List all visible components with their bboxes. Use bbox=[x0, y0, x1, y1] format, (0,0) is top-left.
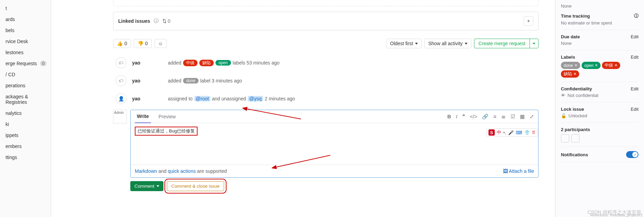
add-linked-issue-button[interactable]: ＋ bbox=[524, 16, 533, 26]
notifications-toggle[interactable] bbox=[626, 151, 638, 158]
nav-item-members[interactable]: embers bbox=[0, 141, 51, 152]
nav-item-settings[interactable]: ttings bbox=[0, 152, 51, 163]
lock-title: Lock issueEdit bbox=[561, 107, 638, 112]
nav-item-merge-requests[interactable]: erge Requests0 bbox=[0, 58, 51, 69]
labels-container: done✕ open✕ 中级✕ 缺陷✕ bbox=[561, 62, 638, 78]
tab-write[interactable]: Write bbox=[135, 110, 151, 123]
participants-list bbox=[561, 134, 638, 142]
thumbs-down-button[interactable]: 👎 0 bbox=[134, 39, 152, 48]
quick-actions-link[interactable]: quick actions bbox=[168, 168, 196, 174]
ul-icon[interactable]: ≡ bbox=[493, 114, 496, 120]
nav-sidebar: t ards bels rvice Desk lestones erge Req… bbox=[0, 0, 51, 217]
create-mr-button-group: Create merge request bbox=[474, 39, 539, 48]
grid-icon[interactable]: ⠿ bbox=[532, 130, 535, 135]
avatar[interactable] bbox=[561, 134, 569, 142]
edit-button[interactable]: Edit bbox=[631, 86, 638, 91]
table-icon[interactable]: ▦ bbox=[520, 114, 525, 120]
remove-icon[interactable]: ✕ bbox=[614, 63, 617, 68]
keyboard-icon[interactable]: ⌨ bbox=[516, 130, 522, 135]
ime-lang[interactable]: 中 bbox=[497, 129, 501, 136]
ime-toolbar[interactable]: S 中 •, 🎤 ⌨ 👕 ⠿ bbox=[486, 128, 538, 137]
markdown-link[interactable]: Markdown bbox=[135, 168, 157, 174]
confidentiality-title: ConfidentialityEdit bbox=[561, 86, 638, 91]
activity-user[interactable]: yao bbox=[132, 96, 162, 101]
time-tracking-title: Time trackingⓘ bbox=[561, 13, 638, 19]
nav-item-boards[interactable]: ards bbox=[0, 14, 51, 25]
help-icon[interactable]: ⓘ bbox=[634, 13, 638, 19]
tab-preview[interactable]: Preview bbox=[157, 110, 178, 123]
unlock-icon: 🔓 bbox=[561, 113, 566, 118]
create-mr-caret[interactable] bbox=[530, 39, 538, 48]
mention[interactable]: @ysq bbox=[248, 96, 263, 101]
linked-issues-panel: Linked issues ⓘ 0 ＋ bbox=[113, 12, 539, 30]
nav-item-packages[interactable]: ackages & Registries bbox=[0, 91, 51, 108]
nav-item-snippets[interactable]: ippets bbox=[0, 130, 51, 141]
activity-text: added 中级 缺陷 open labels 53 minutes ago bbox=[168, 60, 280, 66]
notifications-title: Notifications bbox=[561, 152, 588, 157]
add-reaction-button[interactable]: ☺ bbox=[154, 39, 167, 48]
comment-tabs: Write Preview B I ❞ </> 🔗 ≡ ≣ ☑ ▦ ⤢ bbox=[131, 110, 538, 123]
create-mr-button[interactable]: Create merge request bbox=[474, 39, 530, 48]
comment-button[interactable]: Comment bbox=[130, 181, 163, 191]
comment-area: Admin Write Preview B I ❞ </> 🔗 ≡ ≣ ☑ ▦ bbox=[113, 110, 539, 178]
comment-text: 已经验证通过，Bug已经修复 bbox=[135, 127, 198, 136]
avatar[interactable] bbox=[571, 134, 580, 142]
nav-item-operations[interactable]: perations bbox=[0, 80, 51, 91]
edit-button[interactable]: Edit bbox=[631, 107, 638, 112]
linked-mr-count: 0 bbox=[162, 18, 171, 24]
nav-item[interactable]: t bbox=[0, 3, 51, 14]
md-toolbar: B I ❞ </> 🔗 ≡ ≣ ☑ ▦ ⤢ bbox=[447, 114, 534, 120]
label-chip[interactable]: 缺陷✕ bbox=[561, 70, 579, 78]
italic-icon[interactable]: I bbox=[456, 114, 457, 120]
activity-text: assigned to @root and unassigned @ysq 2 … bbox=[168, 96, 295, 101]
activity-text: added done label 3 minutes ago bbox=[168, 78, 242, 83]
mention[interactable]: @root bbox=[194, 96, 210, 101]
task-icon[interactable]: ☑ bbox=[511, 114, 515, 120]
dropzone[interactable] bbox=[113, 0, 539, 6]
comment-close-button[interactable]: Comment & close issue bbox=[167, 181, 224, 191]
nav-item-cicd[interactable]: / CD bbox=[0, 69, 51, 80]
nav-item-wiki[interactable]: ki bbox=[0, 119, 51, 130]
activity-user[interactable]: yao bbox=[132, 60, 162, 66]
activity-filter-dropdown[interactable]: Show all activity bbox=[424, 39, 471, 48]
activity-user[interactable]: yao bbox=[132, 78, 162, 83]
mic-icon[interactable]: 🎤 bbox=[508, 130, 514, 135]
edit-button[interactable]: Edit bbox=[631, 55, 638, 60]
ol-icon[interactable]: ≣ bbox=[501, 114, 506, 120]
nav-item-milestones[interactable]: lestones bbox=[0, 47, 51, 58]
fullscreen-icon[interactable]: ⤢ bbox=[530, 114, 534, 120]
nav-item-labels[interactable]: bels bbox=[0, 25, 51, 36]
eye-icon: 👁 bbox=[561, 93, 565, 98]
remove-icon[interactable]: ✕ bbox=[595, 63, 598, 68]
tag-icon: 🏷 bbox=[115, 75, 127, 86]
label-chip[interactable]: done✕ bbox=[561, 62, 580, 69]
link-icon[interactable]: 🔗 bbox=[482, 114, 489, 120]
label-pill[interactable]: 中级 bbox=[183, 60, 198, 66]
edit-button[interactable]: Edit bbox=[631, 34, 638, 39]
code-icon[interactable]: </> bbox=[470, 114, 477, 120]
nav-item-analytics[interactable]: nalytics bbox=[0, 108, 51, 119]
label-pill[interactable]: 缺陷 bbox=[199, 60, 214, 66]
issue-sidebar: None Time trackingⓘ No estimate or time … bbox=[555, 0, 644, 217]
attach-file-link[interactable]: 🖼 Attach a file bbox=[503, 168, 534, 174]
user-icon: 👤 bbox=[115, 93, 127, 104]
quote-icon[interactable]: ❞ bbox=[462, 114, 465, 120]
label-pill[interactable]: open bbox=[215, 60, 231, 66]
sogou-icon: S bbox=[489, 129, 495, 136]
chevron-down-icon bbox=[415, 43, 418, 45]
label-pill[interactable]: done bbox=[183, 78, 199, 83]
due-date-title: Due dateEdit bbox=[561, 34, 638, 39]
skin-icon[interactable]: 👕 bbox=[524, 130, 530, 135]
remove-icon[interactable]: ✕ bbox=[573, 72, 576, 76]
help-icon[interactable]: ⓘ bbox=[154, 18, 159, 24]
thumbs-up-button[interactable]: 👍 0 bbox=[113, 39, 131, 48]
bold-icon[interactable]: B bbox=[447, 114, 451, 120]
comment-textarea[interactable]: 已经验证通过，Bug已经修复 bbox=[131, 123, 538, 165]
nav-item-service-desk[interactable]: rvice Desk bbox=[0, 36, 51, 47]
activity-row: 🏷 yao added done label 3 minutes ago bbox=[113, 72, 539, 90]
label-chip[interactable]: 中级✕ bbox=[602, 62, 620, 69]
remove-icon[interactable]: ✕ bbox=[574, 63, 577, 68]
labels-title: LabelsEdit bbox=[561, 55, 638, 60]
label-chip[interactable]: open✕ bbox=[582, 62, 601, 69]
sort-dropdown[interactable]: Oldest first bbox=[386, 39, 422, 48]
